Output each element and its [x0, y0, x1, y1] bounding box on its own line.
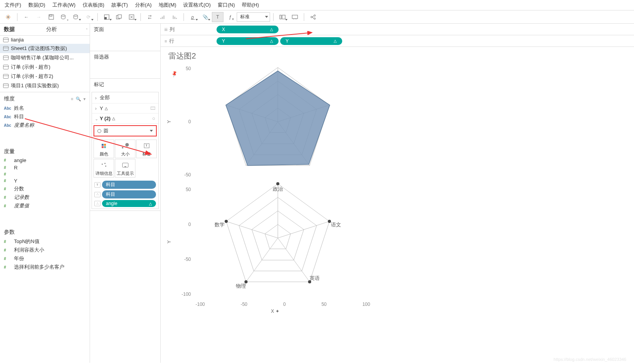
- datasource-item[interactable]: lianjia: [0, 36, 90, 44]
- measure-field[interactable]: 记录数: [0, 193, 90, 202]
- y-ticks: 500-50-100: [178, 180, 191, 304]
- rows-icon: ≡: [165, 39, 167, 43]
- measure-field[interactable]: 度量值: [0, 202, 90, 210]
- marks-all[interactable]: 全部: [92, 92, 158, 104]
- forward-icon[interactable]: →: [33, 12, 45, 22]
- sort-asc-icon[interactable]: [156, 12, 168, 22]
- menu-dashboard[interactable]: 仪表板(B): [83, 2, 104, 9]
- columns-shelf[interactable]: iii列 X△: [161, 24, 634, 35]
- datasource-item[interactable]: 订单 (示例 - 超市2): [0, 72, 90, 81]
- new-datasource-icon[interactable]: +: [58, 12, 69, 22]
- duplicate-icon[interactable]: [113, 12, 125, 22]
- y-ticks: 500-50: [178, 64, 191, 180]
- mark-pill[interactable]: ∴angle△: [94, 200, 156, 207]
- svg-point-53: [276, 182, 279, 185]
- fit-dropdown[interactable]: 标准: [237, 12, 270, 22]
- svg-rect-18: [173, 16, 174, 19]
- datasource-item[interactable]: Sheet1 (雷达图练习数据): [0, 44, 90, 53]
- num-icon: [4, 204, 12, 208]
- save-icon[interactable]: [45, 12, 57, 22]
- num-icon: [4, 248, 12, 252]
- refresh-icon[interactable]: ⟳: [83, 12, 94, 22]
- datasource-icon: [3, 55, 9, 60]
- svg-text:语文: 语文: [331, 222, 341, 228]
- parameter-field[interactable]: TopN的N值: [0, 237, 90, 246]
- highlight-icon[interactable]: [187, 12, 199, 22]
- parameter-field[interactable]: 年份: [0, 254, 90, 263]
- format-icon[interactable]: ƒ✕: [224, 12, 236, 22]
- svg-point-7: [74, 15, 78, 16]
- menu-analysis[interactable]: 分析(A): [135, 2, 152, 9]
- new-worksheet-icon[interactable]: [101, 12, 113, 22]
- radar-chart-bottom[interactable]: Y 500-50-100: [168, 180, 370, 304]
- datasource-item[interactable]: 订单 (示例 - 超市): [0, 62, 90, 72]
- radar-chart-top[interactable]: 📌 Y 500-50: [168, 64, 370, 180]
- swap-icon[interactable]: [144, 12, 156, 22]
- marks-y1[interactable]: Y△: [92, 104, 158, 114]
- back-icon[interactable]: ←: [21, 12, 32, 22]
- parameter-field[interactable]: 利润容器大小: [0, 246, 90, 254]
- menu-window[interactable]: 窗口(N): [218, 2, 235, 9]
- svg-line-31: [312, 17, 314, 18]
- menu-icon[interactable]: ▾: [83, 97, 86, 102]
- label-icon: T: [94, 182, 100, 188]
- tab-analysis[interactable]: 分析: [42, 24, 85, 35]
- menu-file[interactable]: 文件(F): [5, 2, 21, 9]
- attach-icon[interactable]: 📎: [199, 12, 211, 22]
- radar-svg: [192, 64, 363, 180]
- search-icon[interactable]: 🔍: [76, 97, 81, 102]
- menu-bar: 文件(F) 数据(D) 工作表(W) 仪表板(B) 故事(T) 分析(A) 地图…: [0, 0, 634, 10]
- filters-shelf[interactable]: 筛选器: [90, 51, 160, 79]
- text-label-icon[interactable]: T: [212, 12, 223, 22]
- menu-format[interactable]: 设置格式(O): [183, 2, 211, 9]
- clear-icon[interactable]: [126, 12, 137, 22]
- menu-story[interactable]: 故事(T): [111, 2, 128, 9]
- svg-point-6: [61, 15, 65, 16]
- mark-pill[interactable]: ∴科目: [94, 190, 156, 198]
- pages-shelf[interactable]: 页面: [90, 24, 160, 51]
- presentation-icon[interactable]: [289, 12, 301, 22]
- tableau-logo-icon[interactable]: [2, 12, 14, 22]
- datasource-icon: [3, 83, 9, 88]
- datasource-icon: [3, 65, 9, 69]
- viz-canvas[interactable]: 雷达图2 📌 Y 500-50: [161, 47, 634, 363]
- data-pane: 数据 分析 ◦ lianjia Sheet1 (雷达图练习数据) 咖啡销售订单 …: [0, 24, 90, 363]
- svg-rect-24: [292, 15, 298, 19]
- mark-pill[interactable]: T科目: [94, 181, 156, 189]
- svg-rect-22: [280, 15, 281, 19]
- menu-help[interactable]: 帮助(H): [242, 2, 259, 9]
- sort-desc-icon[interactable]: [169, 12, 180, 22]
- measure-field[interactable]: Y: [0, 177, 90, 185]
- tab-data[interactable]: 数据: [0, 24, 42, 35]
- menu-data[interactable]: 数据(D): [28, 2, 45, 9]
- parameters-header: 参数: [0, 226, 90, 237]
- measure-field[interactable]: 分数: [0, 185, 90, 193]
- menu-map[interactable]: 地图(M): [159, 2, 177, 9]
- view-toggle-icon[interactable]: ≡: [71, 97, 73, 102]
- svg-rect-23: [282, 15, 285, 19]
- show-cards-icon[interactable]: [277, 12, 288, 22]
- datasource-item[interactable]: 咖啡销售订单 (某咖啡公司...: [0, 53, 90, 62]
- num-icon: [4, 195, 12, 200]
- svg-text:政治: 政治: [273, 186, 283, 192]
- viz-title[interactable]: 雷达图2: [168, 51, 626, 61]
- datasource-item[interactable]: 项目1 (项目实验数据): [0, 81, 90, 90]
- svg-rect-19: [174, 17, 175, 19]
- num-icon: [4, 257, 12, 261]
- svg-text:物理: 物理: [236, 283, 246, 289]
- rows-shelf[interactable]: ≡行 Y△ Y△: [161, 35, 634, 47]
- svg-rect-20: [176, 18, 177, 19]
- dimensions-header: 维度 ≡🔍▾: [0, 92, 90, 104]
- svg-point-57: [225, 220, 228, 223]
- parameter-field[interactable]: 选择利润前多少名客户: [0, 263, 90, 271]
- tab-config-icon[interactable]: ◦: [84, 24, 90, 35]
- svg-rect-16: [162, 17, 163, 19]
- menu-worksheet[interactable]: 工作表(W): [52, 2, 76, 9]
- dimension-field[interactable]: Abc姓名: [0, 104, 90, 112]
- abc-icon: Abc: [4, 115, 12, 119]
- pause-refresh-icon[interactable]: [70, 12, 82, 22]
- measure-field[interactable]: [0, 171, 90, 177]
- svg-point-28: [314, 15, 315, 16]
- share-icon[interactable]: [307, 12, 319, 22]
- abc-icon: Abc: [4, 106, 12, 110]
